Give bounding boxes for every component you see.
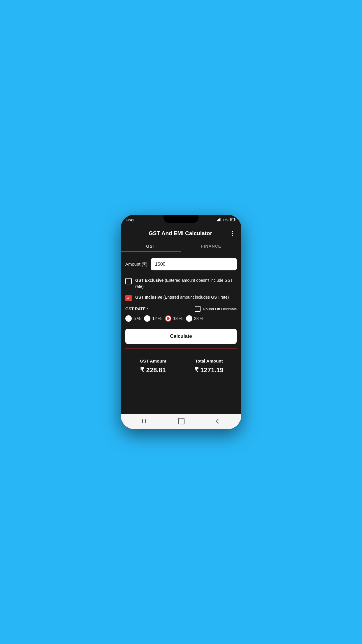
svg-rect-7 bbox=[142, 419, 143, 423]
menu-icon[interactable]: ⋮ bbox=[229, 229, 237, 238]
rate-18-option[interactable]: 18 % bbox=[165, 315, 182, 322]
tab-finance[interactable]: FINANCE bbox=[181, 240, 241, 252]
results-divider bbox=[125, 349, 237, 349]
gst-amount-value: ₹ 228.81 bbox=[128, 366, 178, 374]
rate-12-option[interactable]: 12 % bbox=[144, 315, 161, 322]
bottom-nav bbox=[121, 414, 241, 429]
rate-18-radio[interactable] bbox=[165, 315, 171, 322]
gst-amount-title: GST Amount bbox=[128, 358, 178, 363]
gst-inclusive-checkbox[interactable] bbox=[125, 295, 132, 301]
rate-12-radio[interactable] bbox=[144, 315, 150, 322]
rate-28-radio[interactable] bbox=[186, 315, 192, 322]
gst-inclusive-label: GST Inclusive (Entered amount includes G… bbox=[135, 294, 229, 300]
gst-inclusive-row: GST Inclusive (Entered amount includes G… bbox=[125, 294, 237, 301]
status-bar: 8:41 12 17% bbox=[121, 215, 241, 225]
home-icon bbox=[178, 418, 184, 424]
amount-row: Amount (₹) bbox=[125, 258, 237, 270]
svg-rect-1 bbox=[218, 219, 219, 221]
round-off-section: Round Off Decimals bbox=[195, 306, 237, 312]
app-content: GST And EMI Calculator ⋮ GST FINANCE Amo… bbox=[121, 225, 241, 429]
battery-icon bbox=[230, 218, 236, 222]
tab-gst[interactable]: GST bbox=[121, 240, 181, 252]
gst-amount-col: GST Amount ₹ 228.81 bbox=[125, 356, 181, 376]
amount-label: Amount (₹) bbox=[125, 262, 147, 267]
results-row: GST Amount ₹ 228.81 Total Amount ₹ 1271.… bbox=[125, 354, 237, 379]
status-time: 8:41 bbox=[126, 218, 134, 222]
gst-rate-label: GST RATE : bbox=[125, 307, 148, 311]
rate-5-radio[interactable] bbox=[125, 315, 132, 322]
amount-input[interactable] bbox=[151, 258, 237, 270]
rate-18-label: 18 % bbox=[173, 316, 182, 321]
rate-28-option[interactable]: 28 % bbox=[186, 315, 203, 322]
gst-rate-header: GST RATE : Round Off Decimals bbox=[125, 306, 237, 312]
calculate-button[interactable]: Calculate bbox=[125, 329, 237, 344]
tab-bar: GST FINANCE bbox=[121, 240, 241, 252]
phone-frame: 8:41 12 17% bbox=[121, 215, 241, 429]
recent-apps-button[interactable] bbox=[139, 416, 150, 428]
form-area: Amount (₹) GST Exclusive (Entered amount… bbox=[121, 252, 241, 414]
round-off-label: Round Off Decimals bbox=[203, 307, 237, 311]
svg-rect-3 bbox=[220, 218, 221, 221]
signal-icon bbox=[217, 218, 222, 222]
total-amount-value: ₹ 1271.19 bbox=[184, 366, 234, 374]
rate-12-label: 12 % bbox=[152, 316, 161, 321]
status-icons: 17% bbox=[217, 218, 236, 222]
svg-rect-5 bbox=[235, 219, 236, 220]
rate-5-option[interactable]: 5 % bbox=[125, 315, 140, 322]
battery-text: 17% bbox=[223, 218, 229, 222]
svg-rect-8 bbox=[144, 419, 144, 423]
svg-rect-0 bbox=[217, 220, 218, 221]
status-notch bbox=[164, 215, 198, 223]
round-off-checkbox[interactable] bbox=[195, 306, 201, 312]
svg-rect-2 bbox=[219, 218, 220, 221]
app-title: GST And EMI Calculator bbox=[132, 230, 229, 237]
total-amount-title: Total Amount bbox=[184, 358, 234, 363]
gst-exclusive-row: GST Exclusive (Entered amount doesn't in… bbox=[125, 277, 237, 290]
gst-exclusive-label: GST Exclusive (Entered amount doesn't in… bbox=[135, 277, 237, 290]
toolbar: GST And EMI Calculator ⋮ bbox=[121, 225, 241, 240]
svg-rect-6 bbox=[231, 219, 232, 221]
rate-28-label: 28 % bbox=[194, 316, 203, 321]
back-button[interactable] bbox=[212, 416, 223, 428]
home-button[interactable] bbox=[176, 416, 187, 428]
rate-5-label: 5 % bbox=[133, 316, 140, 321]
rate-radio-group: 5 % 12 % 18 % 28 % bbox=[125, 315, 237, 322]
total-amount-col: Total Amount ₹ 1271.19 bbox=[181, 356, 237, 376]
gst-exclusive-checkbox[interactable] bbox=[125, 278, 132, 284]
svg-rect-9 bbox=[145, 419, 146, 423]
